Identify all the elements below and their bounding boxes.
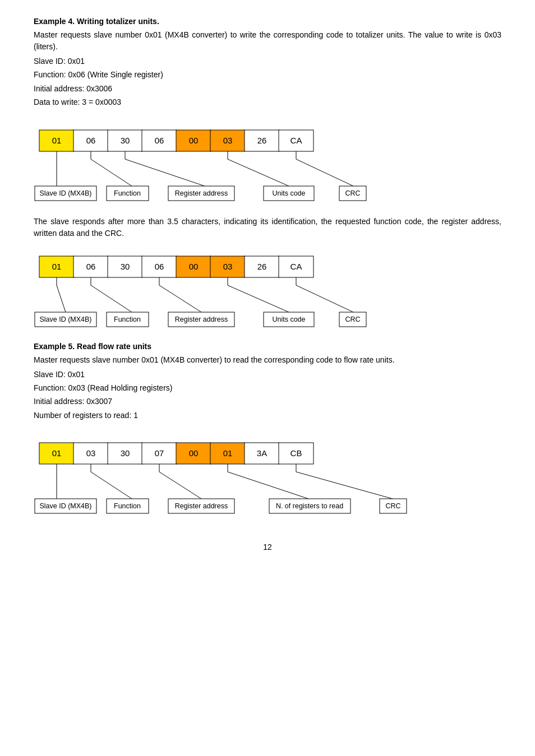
svg-line-53 [57,285,66,312]
example4-title-bold: Example 4. [34,17,75,26]
example5-title: Example 5. Read flow rate units [34,342,501,351]
svg-line-97 [296,472,393,499]
diagram1: 01 06 30 06 00 03 26 CA [34,124,501,205]
svg-text:CRC: CRC [385,502,400,510]
svg-text:Register address: Register address [175,502,228,510]
svg-line-61 [296,285,353,312]
example4-title: Example 4. Writing totalizer units. [34,17,501,26]
svg-line-59 [228,285,289,312]
svg-line-91 [91,472,132,499]
example4-line2: Function: 0x06 (Write Single register) [34,68,501,81]
svg-text:01: 01 [52,448,62,458]
example5-line2: Function: 0x03 (Read Holding registers) [34,382,501,394]
diagram3: 01 03 30 07 00 01 3A CB Slave ID (M [34,437,501,520]
svg-line-55 [91,285,132,312]
example5-desc: Master requests slave number 0x01 (MX4B … [34,354,501,366]
svg-text:CA: CA [290,262,302,271]
svg-text:06: 06 [155,262,164,271]
svg-text:06: 06 [155,136,164,145]
svg-text:30: 30 [121,448,130,458]
svg-text:00: 00 [189,262,199,271]
example4-desc: Master requests slave number 0x01 (MX4B … [34,29,501,53]
svg-line-25 [296,159,353,186]
svg-text:26: 26 [257,262,267,271]
svg-line-19 [91,159,132,186]
svg-text:Slave ID (MX4B): Slave ID (MX4B) [39,189,91,197]
diagram1-svg: 01 06 30 06 00 03 26 CA [34,124,494,203]
svg-line-95 [228,472,308,499]
example5-title-rest: Read flow rate units [75,342,151,351]
svg-text:01: 01 [52,262,62,271]
example5-line1: Slave ID: 0x01 [34,368,501,381]
svg-text:00: 00 [189,448,199,458]
svg-text:3A: 3A [257,448,267,458]
svg-text:CRC: CRC [345,316,360,323]
example5-title-bold: Example 5. [34,342,75,351]
svg-text:Register address: Register address [175,316,228,323]
svg-text:Units code: Units code [272,316,305,323]
response-text: The slave responds after more than 3.5 c… [34,216,501,239]
svg-line-57 [159,285,201,312]
svg-text:06: 06 [86,262,96,271]
example5-line4: Number of registers to read: 1 [34,409,501,421]
svg-text:CB: CB [290,448,302,458]
svg-text:N. of registers to read: N. of registers to read [276,502,343,510]
example4-title-rest: Writing totalizer units. [75,17,159,26]
example4-line1: Slave ID: 0x01 [34,55,501,67]
svg-text:01: 01 [223,448,233,458]
example4-line4: Data to write: 3 = 0x0003 [34,96,501,108]
svg-text:07: 07 [155,448,164,458]
example4-line3: Initial address: 0x3006 [34,82,501,95]
svg-line-21 [125,159,205,186]
svg-text:Slave ID (MX4B): Slave ID (MX4B) [39,316,91,323]
svg-text:30: 30 [121,262,130,271]
svg-text:30: 30 [121,136,130,145]
svg-text:01: 01 [52,136,62,145]
svg-text:Slave ID (MX4B): Slave ID (MX4B) [39,502,91,510]
svg-line-23 [228,159,289,186]
example5-line3: Initial address: 0x3007 [34,395,501,407]
svg-line-93 [159,472,201,499]
svg-text:Function: Function [114,316,141,323]
svg-text:03: 03 [223,136,233,145]
svg-text:00: 00 [189,136,199,145]
diagram2: 01 06 30 06 00 03 26 CA Slave [34,251,501,331]
svg-text:06: 06 [86,136,96,145]
svg-text:03: 03 [223,262,233,271]
svg-text:Function: Function [114,189,141,197]
svg-text:Function: Function [114,502,141,510]
diagram2-svg: 01 06 30 06 00 03 26 CA Slave [34,251,494,329]
svg-text:Register address: Register address [175,189,228,197]
diagram3-svg: 01 03 30 07 00 01 3A CB Slave ID (M [34,437,494,518]
svg-text:CA: CA [290,136,302,145]
svg-text:Units code: Units code [272,189,305,197]
svg-text:26: 26 [257,136,267,145]
svg-text:03: 03 [86,448,96,458]
page-number: 12 [34,542,501,551]
svg-text:CRC: CRC [345,189,360,197]
